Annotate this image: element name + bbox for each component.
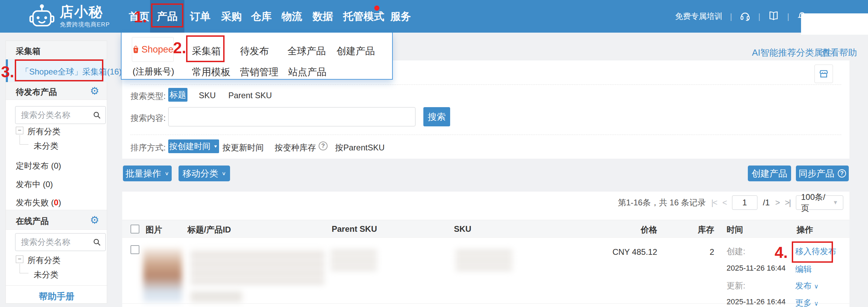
tree-collapse-toggle[interactable]: −	[16, 127, 23, 134]
view-help-link[interactable]: 查看帮助	[821, 47, 857, 59]
next-page-icon[interactable]: >	[775, 198, 779, 207]
page-number-input[interactable]	[732, 195, 757, 210]
sidebar-item-scheduled-publish[interactable]: 定时发布 (0)	[16, 160, 61, 171]
menu-item-global-products[interactable]: 全球产品	[287, 45, 326, 58]
table-header-row: 图片 标题/产品ID Parent SKU SKU 价格 库存 时间 操作	[122, 220, 849, 238]
product-title-blurred	[191, 249, 324, 284]
pending-category-search-input[interactable]	[21, 106, 90, 124]
first-page-icon[interactable]: |<	[711, 198, 717, 207]
tree-collapse-toggle[interactable]: −	[16, 255, 23, 263]
separator: |	[758, 12, 760, 21]
sort-by-create-time-tag[interactable]: 按创建时间▼	[168, 139, 219, 153]
gear-icon[interactable]: ⚙	[90, 215, 99, 225]
publish-link[interactable]: 发布 ∨	[795, 280, 819, 291]
search-button[interactable]: 搜索	[423, 107, 450, 126]
prev-page-icon[interactable]: <	[722, 198, 727, 207]
register-account-note[interactable]: (注册账号)	[133, 66, 174, 78]
search-icon[interactable]	[92, 111, 101, 120]
sync-product-button[interactable]: 同步产品?	[796, 166, 849, 181]
select-all-checkbox[interactable]	[130, 225, 139, 234]
tree-item-all-categories[interactable]: 所有分类	[27, 255, 60, 266]
create-product-button[interactable]: 创建产品	[748, 166, 791, 181]
col-time: 时间	[727, 224, 743, 235]
nav-item-warehouse[interactable]: 仓库	[251, 0, 272, 33]
search-type-parent-sku-option[interactable]: Parent SKU	[228, 91, 272, 100]
app-logo: 店小秘 免费跨境电商ERP	[29, 3, 110, 29]
page-total: /1	[763, 198, 770, 207]
annotation-step-2: 2.	[173, 38, 186, 57]
nav-item-services[interactable]: 服务	[390, 0, 411, 33]
robot-logo-icon	[29, 3, 55, 29]
nav-item-orders[interactable]: 订单	[190, 0, 210, 33]
ai-recommend-link[interactable]: AI智能推荐分类属性	[752, 47, 832, 59]
created-time: 2025-11-26 16:44	[727, 264, 786, 273]
col-image: 图片	[146, 224, 162, 235]
divider	[6, 285, 107, 286]
search-type-label: 搜索类型:	[130, 91, 166, 102]
free-training-link[interactable]: 免费专属培训	[675, 11, 722, 22]
annotation-box-1	[151, 3, 183, 27]
search-icon[interactable]	[92, 238, 101, 247]
nav-item-logistics[interactable]: 物流	[282, 0, 302, 33]
online-category-search-input[interactable]	[21, 234, 90, 251]
menu-item-pending-publish[interactable]: 待发布	[240, 45, 269, 58]
question-circle-icon[interactable]: ?	[319, 141, 328, 150]
headset-icon[interactable]	[740, 10, 751, 23]
col-sku: SKU	[454, 224, 471, 234]
product-image-blurred[interactable]	[143, 248, 182, 302]
gear-icon[interactable]: ⚙	[90, 86, 99, 96]
shop-selector-button[interactable]	[814, 65, 833, 83]
sort-by-variant-stock-option[interactable]: 按变种库存	[275, 142, 316, 153]
separator: |	[787, 12, 789, 21]
tree-item-uncategorized[interactable]: 未分类	[34, 140, 58, 151]
pending-products-label: 待发布产品	[16, 87, 57, 98]
nav-item-managed-mode[interactable]: 托管模式	[343, 0, 384, 33]
sort-by-parent-sku-option[interactable]: 按ParentSKU	[335, 142, 385, 153]
menu-item-marketing[interactable]: 营销管理	[240, 66, 278, 79]
stock-value: 2	[657, 247, 714, 257]
batch-actions-button[interactable]: 批量操作∨	[123, 166, 172, 181]
updated-label: 更新:	[727, 280, 745, 291]
search-type-title-tag[interactable]: 标题	[168, 88, 187, 102]
search-type-sku-option[interactable]: SKU	[199, 91, 216, 100]
menu-item-create-product[interactable]: 创建产品	[336, 45, 375, 58]
nav-right-tools: 免费专属培训 | | |	[675, 0, 807, 33]
product-id-blurred	[191, 291, 242, 302]
menu-item-site-products[interactable]: 站点产品	[288, 66, 327, 79]
record-summary: 第1-16条，共 16 条记录	[618, 197, 706, 208]
shopee-platform-label: Shopee	[141, 44, 173, 55]
online-category-search[interactable]	[15, 233, 106, 251]
row-checkbox[interactable]	[130, 245, 139, 254]
account-name-redacted[interactable]	[801, 13, 868, 35]
sort-by-update-time-option[interactable]: 按更新时间	[222, 142, 264, 153]
sidebar-item-publish-failed[interactable]: 发布失败 (0)	[16, 197, 61, 208]
help-manual-link[interactable]: 帮助手册	[6, 291, 107, 303]
pending-category-search[interactable]	[15, 106, 106, 124]
collect-box-header-label: 采集箱	[16, 46, 41, 57]
tree-item-all-categories[interactable]: 所有分类	[27, 126, 60, 137]
sort-label: 排序方式:	[130, 142, 166, 153]
parent-sku-blurred	[331, 249, 377, 271]
online-products-header: 在线产品 ⚙	[6, 210, 107, 230]
search-content-input[interactable]	[168, 107, 415, 126]
nav-item-data[interactable]: 数据	[312, 0, 333, 33]
tree-connector	[20, 264, 28, 273]
nav-item-purchasing[interactable]: 采购	[221, 0, 242, 33]
manual-book-icon[interactable]	[768, 10, 779, 23]
annotation-box-3	[15, 59, 103, 81]
move-category-button[interactable]: 移动分类∨	[179, 166, 230, 181]
chevron-down-icon: ∨	[221, 170, 226, 177]
annotation-step-4: 4.	[775, 243, 788, 262]
more-link[interactable]: 更多 ∨	[795, 297, 819, 307]
tree-item-uncategorized[interactable]: 未分类	[34, 269, 58, 280]
last-page-icon[interactable]: >|	[785, 198, 790, 207]
sidebar-item-publishing[interactable]: 发布中 (0)	[16, 179, 53, 190]
page-size-select[interactable]: 100条/页▼	[796, 195, 843, 210]
online-products-label: 在线产品	[16, 216, 49, 227]
annotation-step-3: 3.	[1, 62, 14, 81]
shopee-platform-tab[interactable]: S Shopee	[132, 37, 174, 62]
app-title: 店小秘	[60, 4, 110, 19]
search-content-label: 搜索内容:	[130, 113, 166, 124]
edit-link[interactable]: 编辑	[795, 264, 812, 275]
menu-item-common-templates[interactable]: 常用模板	[192, 66, 230, 79]
